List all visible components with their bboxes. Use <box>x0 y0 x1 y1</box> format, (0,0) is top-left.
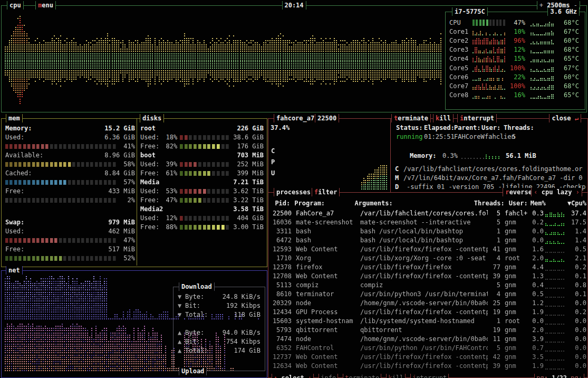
process-arguments: mate-screenshot --interactive <box>360 218 488 227</box>
process-row[interactable]: 12737Web Content/usr/lib/firefox/firefox… <box>269 353 586 362</box>
detail-stat-value: running <box>396 133 423 140</box>
process-program: bash <box>296 236 360 245</box>
process-mem-percent: 0.0 <box>528 227 544 236</box>
arrow-down-icon[interactable]: ↓ <box>308 374 312 378</box>
disk-row-value: 176 GiB <box>237 142 264 151</box>
mem-box-title[interactable]: mem <box>6 114 23 122</box>
process-pid: 12378 <box>269 263 292 272</box>
download-label: Download <box>179 282 215 291</box>
core-label: Core6 <box>449 73 473 81</box>
info-button[interactable]: info <box>319 374 338 378</box>
cpu-core-row: Core296%60°C <box>446 36 585 45</box>
process-program: qbittorrent <box>296 326 360 335</box>
process-row[interactable]: 22500FahCore_a7/var/lib/fahclient/cores/… <box>269 209 586 218</box>
core-percent: 47% <box>506 19 525 26</box>
core-temp-graph <box>531 28 555 35</box>
upload-stat-row: ▲Total:174 GiB <box>173 346 265 355</box>
process-pid: 6352 <box>269 344 292 353</box>
detail-stat-value: 01:25:51 <box>424 133 455 140</box>
mem-meter-percent: 52% <box>123 254 135 263</box>
process-cpu-graph <box>545 363 565 370</box>
process-row[interactable]: 15603systemd-hostnam/lib/systemd/systemd… <box>269 317 586 326</box>
select-control[interactable]: ↑ select ↓ <box>272 374 314 378</box>
process-row[interactable]: 6472bashbash /usr/local/bin/bashtop1gnm0… <box>269 236 586 245</box>
footer-terminate-button[interactable]: terminate <box>343 374 381 378</box>
process-row[interactable]: 12378firefox/usr/lib/firefox/firefox77gn… <box>269 263 586 272</box>
interval-plus-button[interactable]: + <box>539 2 543 9</box>
process-threads: 39 <box>488 272 500 281</box>
core-label: Core8 <box>449 91 473 99</box>
process-row[interactable]: 16036mate-screenshotmate-screenshot --in… <box>269 218 586 227</box>
mem-meter-percent: 2% <box>128 196 135 205</box>
mem-meter-row: 57% <box>5 178 135 187</box>
process-row[interactable]: 12634Web Content/usr/lib/firefox/firefox… <box>269 362 586 371</box>
footer-kill-button[interactable]: kill <box>386 374 406 378</box>
kill-button[interactable]: kill <box>433 114 454 122</box>
disk-name: root <box>140 124 156 133</box>
mem-stat-value: 433 MiB <box>108 187 135 196</box>
cpu-core-row: Core415%65°C <box>446 54 585 63</box>
process-row[interactable]: 7474node/home/gnm/.vscode-server/bin/0ba… <box>269 335 586 344</box>
mem-stat-label: Memory: <box>5 124 32 133</box>
select-label: select <box>281 374 304 378</box>
disk-meter <box>180 135 230 140</box>
key-letter: t <box>394 115 398 122</box>
sort-next-button[interactable]: › <box>576 188 580 196</box>
process-user: gnm <box>505 299 528 308</box>
process-row[interactable]: 3311bashbash /usr/local/bin/bashtop1gnm0… <box>269 227 586 236</box>
mem-disks-divider <box>137 119 137 266</box>
disk-row-label: Used: <box>140 214 159 223</box>
mem-stat-row: Available:8.96 GiB <box>5 151 135 160</box>
process-arguments: /usr/bin/python3 /usr/bin/terminato <box>360 290 488 299</box>
process-arguments: /usr/lib/firefox/firefox -contentpr <box>360 272 488 281</box>
cpu-cores-panel: i7-5775C 3.6 GHz CPU47%68°CCore110%67°CC… <box>445 12 585 110</box>
arrow-up-icon[interactable]: ↑ <box>274 374 277 378</box>
sort-selector[interactable]: ‹ cpu lazy › <box>531 188 582 196</box>
process-row[interactable]: 1710Xorg/usr/lib/xorg/Xorg -core :0 -sea… <box>269 254 586 263</box>
mem-meter-row: 41% <box>5 142 135 151</box>
disk-used-row: Used:18%38.6 GiB <box>140 133 264 142</box>
cpu-box-title[interactable]: cpu <box>7 1 24 10</box>
process-program: Xorg <box>296 254 360 263</box>
process-row[interactable]: 5113compizcompiz5gnm0.40.8 <box>269 281 586 290</box>
process-program: systemd-hostnam <box>296 317 360 326</box>
terminate-button[interactable]: terminate <box>391 114 431 122</box>
disk-name: boot <box>140 151 156 160</box>
process-threads: 1 <box>488 236 500 245</box>
upload-arrow-icon: ▲ <box>178 346 185 355</box>
disk-row-value: 3.22 TiB <box>233 196 264 205</box>
process-mem-percent: 0.2 <box>528 218 544 227</box>
process-threads: 5 <box>488 344 500 353</box>
footer-interrupt-button[interactable]: interrupt <box>410 374 449 378</box>
core-percent: 12% <box>506 46 525 53</box>
process-row[interactable]: 6352FAHControl/usr/bin/python /usr/bin/F… <box>269 344 586 353</box>
close-button[interactable]: close ↵ <box>549 114 581 122</box>
disk-row-label: Free: <box>140 223 159 232</box>
mem-stat-value: 462 MiB <box>108 227 135 236</box>
process-row[interactable]: 12593Web Content/usr/lib/firefox/firefox… <box>269 245 586 254</box>
process-row[interactable]: 12434GPU Process/usr/lib/firefox/firefox… <box>269 308 586 317</box>
menu-button[interactable]: menu <box>35 1 56 10</box>
interrupt-button[interactable]: interrupt <box>457 114 497 122</box>
process-cpu-percent: 2.1 <box>567 254 586 263</box>
net-box-title[interactable]: net <box>6 266 23 275</box>
header-cpu[interactable]: ▼Cpu% <box>567 199 586 208</box>
process-mem-percent: 0.3 <box>528 209 544 218</box>
process-row[interactable]: 8610terminator/usr/bin/python3 /usr/bin/… <box>269 290 586 299</box>
process-pid: 12434 <box>269 308 292 317</box>
process-arguments: qbittorrent <box>360 326 488 335</box>
disk-name-row: Media7.21 TiB <box>140 178 264 187</box>
process-row[interactable]: 5793qbittorrentqbittorrent19gnm2.00.0 <box>269 326 586 335</box>
mem-stat-value: 979 MiB <box>108 218 135 227</box>
process-row[interactable]: 12708Web Content/usr/lib/firefox/firefox… <box>269 272 586 281</box>
reverse-sort-button[interactable]: reverse <box>503 188 535 196</box>
disk-size: 7.21 TiB <box>233 178 264 187</box>
process-row[interactable]: 20329node/home/gnm/.vscode-server/bin/0b… <box>269 299 586 308</box>
page-up-button[interactable]: pg↑ <box>536 374 548 378</box>
process-pid: 20329 <box>269 299 292 308</box>
sort-prev-button[interactable]: ‹ <box>534 188 537 196</box>
page-down-button[interactable]: pg↓ <box>571 374 582 378</box>
processes-tab[interactable]: processes <box>274 188 313 196</box>
filter-button[interactable]: filter <box>312 188 340 196</box>
detail-cpu-axis-letter: C <box>271 147 275 155</box>
